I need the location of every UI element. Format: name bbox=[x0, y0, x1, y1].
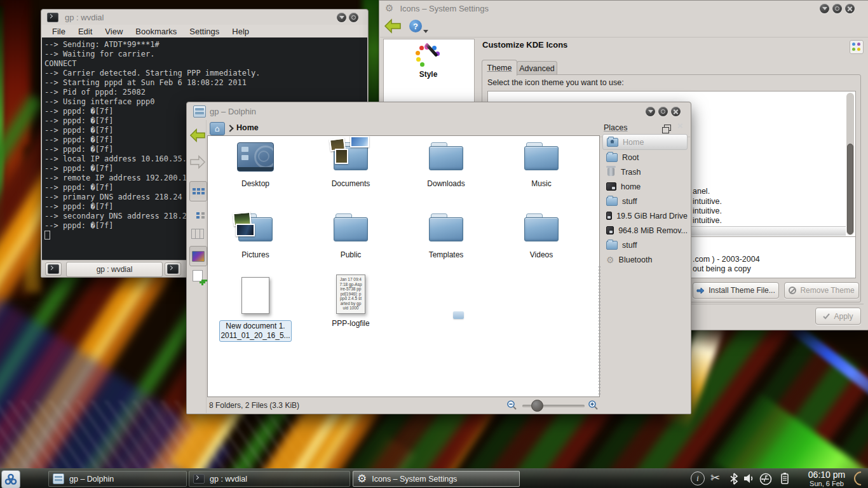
float-panel-icon[interactable] bbox=[664, 125, 671, 131]
tab-advanced[interactable]: Advanced bbox=[517, 61, 557, 76]
gear-icon: ⚙ bbox=[385, 4, 393, 13]
preview-button[interactable] bbox=[189, 246, 207, 266]
task-system-settings[interactable]: ⚙ Icons – System Settings bbox=[353, 471, 520, 487]
dolphin-window-title: gp – Dolphin bbox=[210, 107, 256, 116]
place-label: Home bbox=[623, 138, 644, 147]
battery-icon[interactable] bbox=[779, 472, 790, 485]
dolphin-file-view[interactable]: Desktop Documents Downloads Music Pictur… bbox=[207, 135, 600, 397]
close-panel-icon[interactable] bbox=[675, 121, 685, 130]
back-icon[interactable] bbox=[384, 18, 402, 34]
minimize-button[interactable] bbox=[337, 13, 346, 22]
maximize-button[interactable] bbox=[349, 13, 358, 22]
menu-help[interactable]: Help bbox=[231, 27, 250, 36]
place-label: home bbox=[621, 182, 641, 191]
split-view-button[interactable] bbox=[189, 268, 206, 284]
forward-icon[interactable] bbox=[189, 154, 206, 170]
terminal-tab[interactable]: gp : wvdial bbox=[66, 262, 163, 277]
dolphin-window-icon bbox=[193, 105, 206, 118]
menu-bookmarks[interactable]: Bookmarks bbox=[134, 27, 178, 36]
konsole-task-icon bbox=[193, 474, 205, 484]
remove-theme-button[interactable]: Remove Theme bbox=[784, 282, 859, 299]
folder-tile-music[interactable]: Music bbox=[503, 141, 580, 188]
settings-titlebar[interactable]: ⚙ Icons – System Settings bbox=[379, 1, 868, 16]
remove-theme-label: Remove Theme bbox=[800, 286, 854, 295]
task-dolphin[interactable]: gp – Dolphin bbox=[48, 471, 187, 487]
konsole-titlebar[interactable]: gp : wvdial bbox=[41, 10, 368, 25]
folder-tile-public[interactable]: Public bbox=[313, 212, 389, 259]
details-view-button[interactable] bbox=[189, 205, 206, 222]
terminal-cursor bbox=[44, 231, 50, 240]
place-item-bluetooth[interactable]: ⚙ Bluetooth bbox=[602, 252, 688, 267]
apply-button[interactable]: Apply bbox=[815, 308, 861, 325]
terminal-line: --> Sending: ATDT*99***1# bbox=[44, 40, 367, 50]
columns-view-button[interactable] bbox=[189, 226, 206, 242]
folder-tile-downloads[interactable]: Downloads bbox=[408, 141, 484, 188]
folder-label: Desktop bbox=[217, 179, 294, 188]
home-breadcrumb-icon[interactable]: ⌂ bbox=[210, 122, 225, 135]
zoom-slider-handle[interactable] bbox=[531, 400, 543, 412]
minimize-button[interactable] bbox=[646, 107, 655, 116]
panel-cashew-icon[interactable] bbox=[851, 468, 868, 488]
file-name-line2: 2011_01_20_16_5... bbox=[220, 331, 291, 341]
file-tile-new-document[interactable]: New document 1. 2011_01_20_16_5... bbox=[217, 277, 294, 342]
maximize-button[interactable] bbox=[832, 4, 842, 13]
bluetooth-icon[interactable] bbox=[729, 473, 738, 485]
scrollbar-thumb[interactable] bbox=[847, 144, 853, 234]
task-konsole[interactable]: gp : wvdial bbox=[189, 471, 350, 487]
folder-tile-templates[interactable]: Templates bbox=[408, 212, 484, 259]
maximize-button[interactable] bbox=[658, 107, 668, 116]
tab-list-button[interactable] bbox=[165, 262, 181, 276]
place-item-home-device[interactable]: home bbox=[602, 179, 688, 194]
folder-tile-desktop[interactable]: Desktop bbox=[217, 141, 294, 188]
breadcrumb-location[interactable]: Home bbox=[236, 123, 259, 132]
clock-date: Sun, 6 Feb bbox=[802, 480, 851, 487]
file-tile-ppp-logfile[interactable]: Jan 17 09:4 7:18 gp-Asp ire-5738 pp pd[1… bbox=[313, 274, 389, 328]
usb-device-icon[interactable] bbox=[759, 473, 772, 485]
places-header: Places bbox=[601, 121, 689, 134]
new-tab-button[interactable] bbox=[45, 262, 62, 276]
clock[interactable]: 06:10 pm Sun, 6 Feb bbox=[802, 470, 851, 487]
theme-list-text-fragment: intuitive. bbox=[693, 216, 722, 225]
drag-artifact bbox=[453, 311, 464, 319]
tab-theme[interactable]: Theme bbox=[482, 60, 517, 76]
place-item-root[interactable]: Root bbox=[602, 150, 688, 165]
close-button[interactable] bbox=[671, 107, 681, 116]
back-icon[interactable] bbox=[189, 128, 206, 143]
sidebar-item-style[interactable]: Style bbox=[384, 43, 473, 83]
place-item-removable[interactable]: 964.8 MiB Remov... bbox=[602, 223, 688, 238]
menu-settings[interactable]: Settings bbox=[188, 27, 220, 36]
place-item-trash[interactable]: Trash bbox=[602, 165, 688, 179]
zoom-out-icon[interactable] bbox=[506, 400, 518, 411]
place-label: 964.8 MiB Remov... bbox=[618, 226, 688, 235]
minimize-button[interactable] bbox=[820, 4, 829, 13]
notifications-icon[interactable]: i bbox=[691, 471, 705, 485]
clipboard-scissors-icon[interactable]: ✂ bbox=[710, 471, 720, 484]
folder-tile-pictures[interactable]: Pictures bbox=[217, 212, 294, 259]
dolphin-titlebar[interactable]: gp – Dolphin bbox=[187, 102, 691, 120]
folder-icon bbox=[606, 197, 618, 206]
zoom-in-icon[interactable] bbox=[588, 400, 599, 411]
help-icon[interactable]: ? bbox=[409, 20, 422, 32]
check-icon bbox=[823, 313, 830, 320]
menu-file[interactable]: File bbox=[51, 27, 67, 36]
panel-drag-handle[interactable] bbox=[599, 266, 600, 395]
app-launcher-button[interactable] bbox=[1, 470, 20, 488]
place-item-hard-drive[interactable]: 19.5 GiB Hard Drive bbox=[602, 208, 688, 223]
selected-file-label: New document 1. 2011_01_20_16_5... bbox=[219, 320, 292, 342]
icons-view-button[interactable] bbox=[189, 181, 207, 201]
folder-tile-videos[interactable]: Videos bbox=[503, 212, 580, 259]
menu-view[interactable]: View bbox=[104, 27, 124, 36]
place-item-home[interactable]: Home bbox=[602, 134, 688, 150]
menu-edit[interactable]: Edit bbox=[77, 27, 93, 36]
install-theme-button[interactable]: Install Theme File... bbox=[693, 282, 779, 299]
icon-sizes-preview-icon bbox=[850, 40, 864, 54]
volume-icon[interactable] bbox=[743, 473, 755, 484]
chevron-down-icon[interactable] bbox=[423, 30, 428, 33]
file-name: PPP-logfile bbox=[313, 319, 389, 328]
theme-list-scrollbar[interactable] bbox=[846, 93, 854, 235]
desktop-folder-icon bbox=[237, 142, 274, 172]
place-item-stuff[interactable]: stuff bbox=[602, 194, 688, 208]
folder-tile-documents[interactable]: Documents bbox=[313, 141, 389, 188]
place-item-stuff2[interactable]: stuff bbox=[602, 238, 688, 252]
close-button[interactable] bbox=[845, 4, 855, 13]
